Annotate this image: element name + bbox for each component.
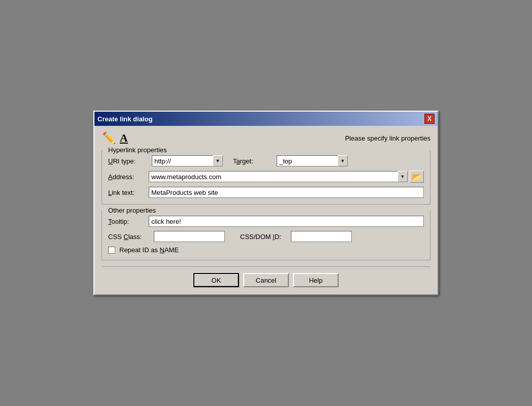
browse-button[interactable]: 📂 xyxy=(410,171,424,183)
toolbar-row: ✏️ A Please specify link properties xyxy=(102,131,430,145)
css-row: CSS Class: CSS/DOM ID: xyxy=(108,231,424,242)
folder-icon: 📂 xyxy=(412,172,422,182)
tooltip-input[interactable] xyxy=(149,216,424,227)
create-link-dialog: Create link dialog X ✏️ A Please specify… xyxy=(93,111,439,295)
target-select[interactable]: _top _blank _self _parent xyxy=(277,155,348,166)
address-select[interactable]: www.metaproducts.com xyxy=(149,171,408,182)
target-group: Target: _top _blank _self _parent ▼ xyxy=(233,155,348,166)
tooltip-label: Tooltip: xyxy=(108,218,149,225)
address-select-wrapper[interactable]: www.metaproducts.com ▼ xyxy=(149,171,408,182)
link-text-row: Link text: xyxy=(108,187,424,198)
title-bar: Create link dialog X xyxy=(94,112,438,126)
hyperlink-section-label: Hyperlink properties xyxy=(106,146,169,154)
link-icon: ✏️ xyxy=(102,131,116,145)
link-text-label: Link text: xyxy=(108,189,149,196)
letter-a-icon: A xyxy=(120,131,128,145)
close-button[interactable]: X xyxy=(424,114,435,124)
separator xyxy=(102,266,430,267)
cancel-button[interactable]: Cancel xyxy=(243,273,289,287)
hint-text: Please specify link properties xyxy=(345,134,430,142)
uri-label: URI type: xyxy=(108,157,149,165)
help-button[interactable]: Help xyxy=(293,273,339,287)
uri-target-row: URI type: http:// https:// ftp:// mailto… xyxy=(108,155,424,166)
uri-group: URI type: http:// https:// ftp:// mailto… xyxy=(108,155,223,166)
target-label: Target: xyxy=(233,157,274,165)
uri-select-wrapper[interactable]: http:// https:// ftp:// mailto: ▼ xyxy=(152,155,223,166)
repeat-id-row: Repeat ID as NAME xyxy=(108,246,424,254)
link-text-input[interactable] xyxy=(149,187,424,198)
css-dom-input[interactable] xyxy=(291,231,352,242)
address-label: Address: xyxy=(108,173,149,181)
css-class-input[interactable] xyxy=(154,231,225,242)
other-section-label: Other properties xyxy=(106,207,158,214)
toolbar-left: ✏️ A xyxy=(102,131,128,145)
address-row: Address: www.metaproducts.com ▼ 📂 xyxy=(108,171,424,183)
hyperlink-section: Hyperlink properties URI type: http:// h… xyxy=(102,150,430,205)
tooltip-row: Tooltip: xyxy=(108,216,424,227)
dialog-body: ✏️ A Please specify link properties Hype… xyxy=(94,126,438,294)
css-dom-label: CSS/DOM ID: xyxy=(240,233,286,241)
repeat-id-checkbox[interactable] xyxy=(108,247,115,254)
other-properties-section: Other properties Tooltip: CSS Class: CSS… xyxy=(102,211,430,260)
target-select-wrapper[interactable]: _top _blank _self _parent ▼ xyxy=(277,155,348,166)
dialog-title: Create link dialog xyxy=(97,115,152,123)
css-class-label: CSS Class: xyxy=(108,233,149,241)
uri-type-select[interactable]: http:// https:// ftp:// mailto: xyxy=(152,155,223,166)
ok-button[interactable]: OK xyxy=(193,273,239,287)
repeat-id-label: Repeat ID as NAME xyxy=(119,246,179,254)
button-row: OK Cancel Help xyxy=(102,273,430,287)
